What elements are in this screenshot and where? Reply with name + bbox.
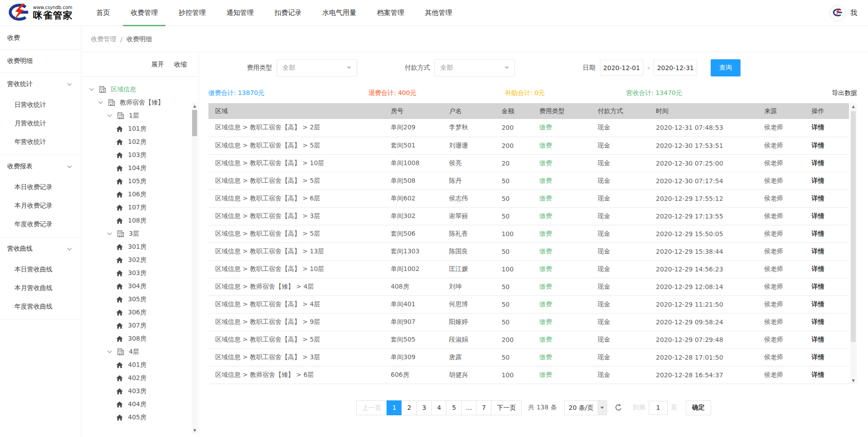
tree-node[interactable]: 304房 <box>82 280 198 293</box>
sidebar-subitem[interactable]: 月营收统计 <box>0 114 81 133</box>
tree-node[interactable]: 107房 <box>82 201 198 214</box>
prev-page-button[interactable]: 上一页 <box>356 400 387 415</box>
tree-node[interactable]: 401房 <box>82 358 198 371</box>
tree-node[interactable]: 103房 <box>82 148 198 162</box>
sidebar-subitem[interactable]: 本日营收曲线 <box>0 260 81 279</box>
tree-node[interactable]: 404房 <box>82 398 198 411</box>
tree-node[interactable]: 108房 <box>82 214 198 227</box>
tree-node[interactable]: 101房 <box>82 122 198 135</box>
scrollbar-thumb[interactable] <box>851 111 856 342</box>
pay-method-select[interactable]: 全部 <box>434 59 515 76</box>
chevron-down-icon[interactable] <box>98 101 108 104</box>
sidebar-subitem[interactable]: 本月收费记录 <box>0 196 81 215</box>
detail-link[interactable]: 详情 <box>805 295 849 313</box>
tree-node[interactable]: 301房 <box>82 240 198 253</box>
sidebar-item[interactable]: 收费 <box>0 27 81 49</box>
sidebar-subitem[interactable]: 年营收统计 <box>0 133 81 151</box>
tree-node[interactable]: 405房 <box>82 411 198 424</box>
page-number-button[interactable]: 2 <box>401 400 417 415</box>
tree-node[interactable]: 4层 <box>82 345 198 358</box>
tree-node[interactable]: 302房 <box>82 253 198 266</box>
detail-link[interactable]: 详情 <box>805 225 849 242</box>
tree-node[interactable]: 教师宿舍【矮】 <box>82 96 198 109</box>
sidebar-subitem[interactable]: 年度收费记录 <box>0 215 81 233</box>
tree-node[interactable]: 403房 <box>82 385 198 398</box>
top-nav-item[interactable]: 抄控管理 <box>171 0 213 26</box>
detail-link[interactable]: 详情 <box>805 190 849 207</box>
detail-link[interactable]: 详情 <box>805 154 849 172</box>
page-number-button[interactable]: 3 <box>416 400 432 415</box>
export-data-link[interactable]: 导出数据 <box>832 89 857 97</box>
top-nav-item[interactable]: 水电气用量 <box>315 0 364 26</box>
chevron-down-icon[interactable] <box>107 232 117 236</box>
chevron-down-icon[interactable] <box>107 350 117 354</box>
breadcrumb-parent[interactable]: 收费管理 <box>91 35 116 43</box>
chevron-down-icon[interactable] <box>89 88 99 91</box>
tree-node[interactable]: 307房 <box>82 319 198 332</box>
top-nav-item[interactable]: 其他管理 <box>417 0 460 26</box>
sidebar-group-header[interactable]: 营收曲线 <box>0 238 81 260</box>
date-from-input[interactable] <box>600 60 643 76</box>
scroll-up-icon[interactable]: ▲ <box>850 103 856 109</box>
top-nav-item[interactable]: 首页 <box>89 0 118 26</box>
scroll-up-icon[interactable]: ▲ <box>192 103 198 109</box>
detail-link[interactable]: 详情 <box>805 366 849 384</box>
top-nav-item[interactable]: 扣费记录 <box>267 0 309 26</box>
scroll-down-icon[interactable]: ▼ <box>850 378 856 384</box>
expand-all-button[interactable]: 展开 <box>151 61 164 69</box>
detail-link[interactable]: 详情 <box>805 172 849 190</box>
tree-node[interactable]: 102房 <box>82 135 198 148</box>
tree-node[interactable]: 1层 <box>82 109 198 122</box>
page-size-select[interactable]: 20 条/页 <box>564 400 607 415</box>
detail-link[interactable]: 详情 <box>805 119 849 137</box>
detail-link[interactable]: 详情 <box>805 207 849 225</box>
goto-page-input[interactable] <box>649 401 668 415</box>
detail-link[interactable]: 详情 <box>805 260 849 278</box>
page-number-button[interactable]: 4 <box>431 400 447 415</box>
tree-node[interactable]: 3层 <box>82 227 198 240</box>
sidebar-subitem[interactable]: 日营收统计 <box>0 95 81 114</box>
tree-scrollbar[interactable]: ▲ ▼ <box>192 103 198 433</box>
collapse-all-button[interactable]: 收缩 <box>174 61 187 69</box>
page-number-button[interactable]: 1 <box>387 400 402 415</box>
tree-node[interactable]: 402房 <box>82 371 198 385</box>
sidebar-subitem[interactable]: 本月营收曲线 <box>0 279 81 297</box>
fee-type-select[interactable]: 全部 <box>277 59 357 76</box>
me-link[interactable]: 我 <box>850 9 857 17</box>
sidebar-subitem[interactable]: 年度营收曲线 <box>0 297 81 316</box>
sidebar-subitem[interactable]: 本日收费记录 <box>0 178 81 196</box>
tree-node[interactable]: 区域信息 <box>82 83 198 96</box>
sidebar-group-header[interactable]: 营收统计 <box>0 73 81 95</box>
search-button[interactable]: 查询 <box>711 59 741 76</box>
tree-node[interactable]: 305房 <box>82 293 198 306</box>
detail-link[interactable]: 详情 <box>805 278 849 295</box>
table-scrollbar[interactable]: ▲ ▼ <box>850 103 857 384</box>
detail-link[interactable]: 详情 <box>805 242 849 260</box>
top-nav-item[interactable]: 通知管理 <box>219 0 261 26</box>
tree-node[interactable]: 303房 <box>82 266 198 280</box>
tree-node[interactable]: 308房 <box>82 332 198 345</box>
tree-node[interactable]: 104房 <box>82 162 198 175</box>
detail-link[interactable]: 详情 <box>805 313 849 331</box>
sidebar-group-header[interactable]: 收费报表 <box>0 155 81 178</box>
sidebar-item[interactable]: 收费明细 <box>0 50 81 72</box>
page-number-button[interactable]: 5 <box>446 400 462 415</box>
scroll-down-icon[interactable]: ▼ <box>192 427 198 433</box>
refresh-icon[interactable] <box>614 404 623 412</box>
brand-logo[interactable]: www.csyndb.com 咪雀管家 <box>0 0 80 26</box>
tree-node[interactable]: 105房 <box>82 175 198 188</box>
chevron-down-icon[interactable] <box>107 114 117 118</box>
confirm-button[interactable]: 确定 <box>686 400 711 415</box>
top-nav-item[interactable]: 收费管理 <box>123 0 165 26</box>
scrollbar-thumb[interactable] <box>192 110 197 136</box>
tree-node[interactable]: 306房 <box>82 306 198 319</box>
avatar[interactable] <box>830 5 846 21</box>
page-number-button[interactable]: … <box>461 400 476 415</box>
detail-link[interactable]: 详情 <box>805 137 849 154</box>
next-page-button[interactable]: 下一页 <box>491 400 522 415</box>
detail-link[interactable]: 详情 <box>805 331 849 348</box>
top-nav-item[interactable]: 档案管理 <box>369 0 412 26</box>
tree-node[interactable]: 106房 <box>82 188 198 201</box>
detail-link[interactable]: 详情 <box>805 348 849 366</box>
page-number-button[interactable]: 7 <box>476 400 491 415</box>
